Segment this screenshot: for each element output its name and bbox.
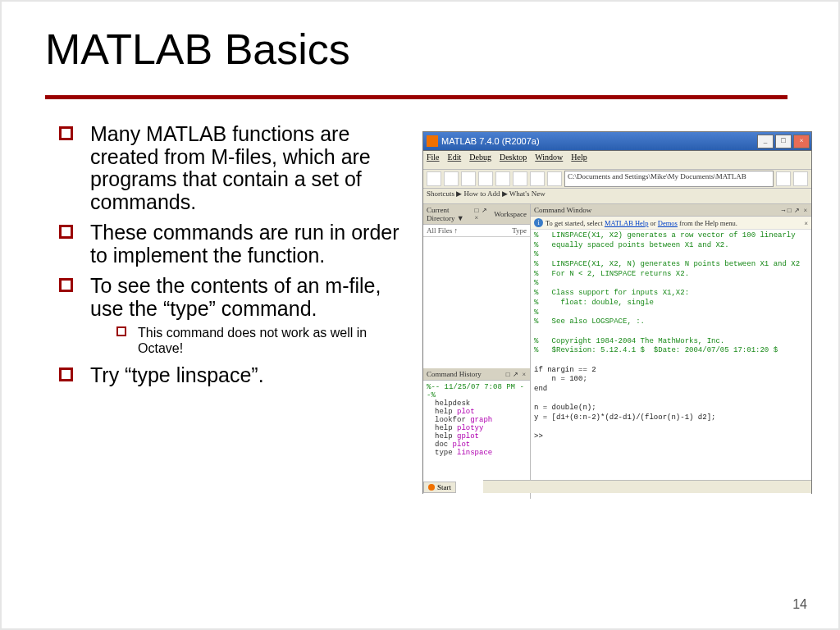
matlab-help-link[interactable]: MATLAB Help: [605, 219, 649, 227]
current-directory-field[interactable]: C:\Documents and Settings\Mike\My Docume…: [564, 171, 774, 187]
command-history-title: Command History □ ↗ ×: [423, 368, 530, 381]
start-button[interactable]: Start: [423, 482, 456, 493]
pane-controls-icon[interactable]: □ ↗ ×: [475, 207, 491, 221]
copy-icon[interactable]: [478, 171, 493, 186]
status-bar: [483, 480, 811, 493]
history-item[interactable]: help plotyy: [427, 424, 527, 432]
matlab-icon: [427, 135, 438, 147]
directory-columns: All Files ↑ Type: [423, 225, 530, 237]
history-item[interactable]: type linspace: [427, 449, 527, 457]
right-column: Command Window →□ ↗ × i To get started, …: [531, 204, 811, 499]
bullet-item: These commands are run in order to imple…: [57, 221, 410, 267]
menu-desktop[interactable]: Desktop: [500, 153, 527, 167]
command-window-title: Command Window →□ ↗ ×: [531, 204, 811, 217]
history-date: %-- 11/25/07 7:08 PM --%: [427, 383, 527, 399]
paste-icon[interactable]: [495, 171, 510, 186]
history-item[interactable]: help gplot: [427, 432, 527, 441]
toolbar: C:\Documents and Settings\Mike\My Docume…: [423, 170, 811, 189]
history-item[interactable]: help plot: [427, 408, 527, 416]
slide-title: MATLAB Basics: [45, 25, 350, 74]
open-file-icon[interactable]: [444, 171, 459, 186]
window-title-text: MATLAB 7.4.0 (R2007a): [441, 136, 757, 146]
bullet-item: Try “type linspace”.: [57, 364, 410, 387]
pane-controls-icon[interactable]: →□ ↗ ×: [780, 207, 808, 214]
shortcuts-bar: Shortcuts ▶ How to Add ▶ What's New: [423, 189, 811, 204]
menu-edit[interactable]: Edit: [448, 153, 462, 167]
undo-icon[interactable]: [513, 171, 527, 186]
menu-window[interactable]: Window: [535, 153, 563, 167]
start-icon: [428, 484, 435, 491]
menu-help[interactable]: Help: [571, 153, 587, 167]
redo-icon[interactable]: [530, 171, 545, 186]
matlab-screenshot: MATLAB 7.4.0 (R2007a) _ □ × FileEditDebu…: [422, 131, 812, 494]
new-file-icon[interactable]: [427, 171, 441, 186]
browse-icon[interactable]: [793, 171, 808, 186]
bullet-body: Many MATLAB functions are created from M…: [57, 123, 410, 395]
bullet-item: To see the contents of an m-file, use th…: [57, 275, 410, 356]
minimize-button[interactable]: _: [757, 135, 774, 148]
menu-file[interactable]: File: [427, 153, 440, 167]
maximize-button[interactable]: □: [775, 135, 792, 148]
left-column: Current Directory ▼ □ ↗ × Workspace All …: [423, 204, 531, 499]
demos-link[interactable]: Demos: [658, 219, 678, 227]
directory-pane: All Files ↑ Type: [423, 225, 530, 368]
slide: MATLAB Basics Many MATLAB functions are …: [0, 0, 840, 630]
menubar: FileEditDebugDesktopWindowHelp: [423, 151, 811, 170]
pane-controls-icon[interactable]: □ ↗ ×: [506, 371, 527, 378]
help-icon[interactable]: [547, 171, 562, 186]
hint-close-icon[interactable]: ×: [804, 219, 808, 227]
panes: Current Directory ▼ □ ↗ × Workspace All …: [423, 204, 811, 499]
history-item[interactable]: lookfor graph: [427, 416, 527, 424]
sub-bullet-item: This command does not work as well in Oc…: [115, 325, 410, 356]
history-item[interactable]: doc plot: [427, 441, 527, 449]
title-rule: [45, 95, 788, 99]
menu-debug[interactable]: Debug: [469, 153, 491, 167]
current-directory-title: Current Directory ▼ □ ↗ × Workspace: [423, 204, 530, 225]
workspace-tab[interactable]: Workspace: [494, 210, 527, 218]
window-titlebar: MATLAB 7.4.0 (R2007a) _ □ ×: [423, 132, 811, 151]
dir-dropdown-icon[interactable]: [776, 171, 791, 186]
bullet-item: Many MATLAB functions are created from M…: [57, 123, 410, 213]
getting-started-hint: i To get started, select MATLAB Help or …: [531, 217, 811, 230]
cut-icon[interactable]: [461, 171, 476, 186]
command-window[interactable]: % LINSPACE(X1, X2) generates a row vecto…: [531, 230, 811, 499]
history-item[interactable]: helpdesk: [427, 399, 527, 408]
page-number: 14: [792, 597, 807, 612]
info-icon: i: [534, 218, 543, 227]
close-button[interactable]: ×: [793, 135, 810, 148]
